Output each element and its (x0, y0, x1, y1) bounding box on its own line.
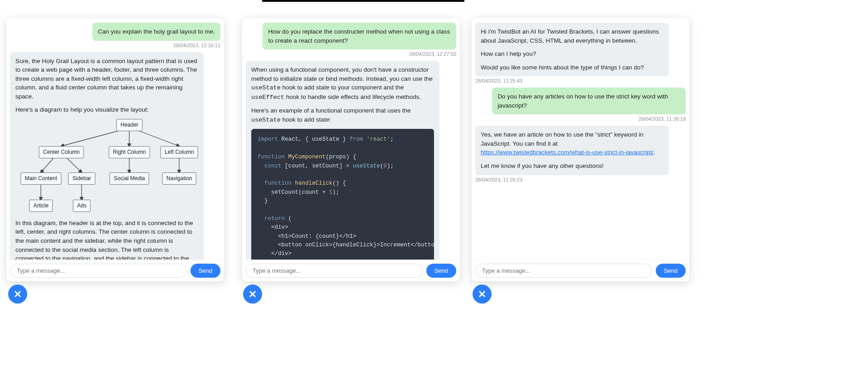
close-button[interactable] (8, 285, 27, 304)
message-input[interactable] (10, 264, 187, 278)
bot-message: When using a functional component, you d… (246, 61, 456, 260)
bot-paragraph: Hi i'm TwistBot an AI for Twisted Bracke… (481, 27, 663, 45)
diagram-node-header: Header (117, 119, 142, 131)
bot-paragraph: When using a functional component, you d… (251, 65, 434, 102)
chat-panel-1: Can you explain the holy grail layout to… (6, 18, 224, 281)
bot-paragraph: In this diagram, the header is at the to… (15, 219, 198, 260)
diagram-node-center: Center Column (39, 146, 84, 158)
user-bubble: Can you explain the holy grail layout to… (93, 23, 220, 41)
bot-message: Yes, we have an article on how to use th… (475, 126, 686, 183)
diagram-node-right: Right Column (109, 146, 150, 158)
svg-line-4 (66, 157, 82, 172)
user-bubble: How do you replace the constructer metho… (263, 23, 456, 49)
bot-paragraph: Sure, the Holy Grail Layout is a common … (15, 57, 198, 101)
article-link[interactable]: https://www.twistedbrackets.com/what-is-… (481, 149, 653, 156)
svg-line-3 (41, 157, 54, 172)
message-list[interactable]: How do you replace the constructer metho… (242, 18, 460, 260)
close-icon (14, 290, 22, 298)
close-icon (249, 290, 257, 298)
user-message: Can you explain the holy grail layout to… (10, 23, 220, 49)
close-button[interactable] (473, 285, 492, 304)
diagram-node-left: Left Column (161, 146, 198, 158)
bot-bubble: Sure, the Holy Grail Layout is a common … (10, 52, 204, 260)
bot-message: Sure, the Holy Grail Layout is a common … (10, 52, 220, 260)
code-block[interactable]: import React, { useState } from 'react';… (251, 129, 434, 260)
diagram-node-social: Social Media (110, 172, 149, 185)
timestamp: 28/04/2023, 12:27:50 (409, 51, 456, 58)
timestamp: 28/04/2023, 11:25:43 (475, 78, 522, 85)
user-bubble: Do you have any articles on how to use t… (492, 88, 686, 114)
composer: Send (242, 260, 460, 281)
bot-bubble: Hi i'm TwistBot an AI for Twisted Bracke… (475, 23, 669, 76)
bot-paragraph: Here's an example of a functional compon… (251, 106, 434, 124)
timestamp: 28/04/2023, 11:26:19 (639, 116, 686, 123)
svg-line-0 (61, 130, 122, 146)
bot-bubble: When using a functional component, you d… (246, 61, 439, 260)
user-message: Do you have any articles on how to use t… (475, 88, 686, 123)
diagram: Header Center Column Right Column Left C… (16, 119, 197, 214)
diagram-node-main: Main Content (21, 172, 61, 185)
diagram-node-nav: Navigation (162, 172, 196, 185)
svg-line-2 (136, 130, 179, 146)
chat-panel-2: How do you replace the constructer metho… (242, 18, 460, 281)
composer: Send (472, 260, 689, 281)
composer: Send (6, 260, 224, 281)
divider (262, 0, 464, 2)
message-input[interactable] (475, 264, 652, 278)
bot-paragraph: How can I help you? (481, 49, 663, 59)
bot-message: Hi i'm TwistBot an AI for Twisted Bracke… (475, 23, 686, 85)
message-list[interactable]: Can you explain the holy grail layout to… (6, 18, 224, 260)
chat-panel-3: Hi i'm TwistBot an AI for Twisted Bracke… (472, 18, 689, 281)
send-button[interactable]: Send (190, 264, 220, 278)
close-button[interactable] (243, 285, 262, 304)
timestamp: 28/04/2023, 12:16:11 (173, 42, 220, 49)
message-list[interactable]: Hi i'm TwistBot an AI for Twisted Bracke… (472, 18, 689, 260)
send-button[interactable]: Send (426, 264, 456, 278)
message-input[interactable] (246, 264, 423, 278)
close-icon (478, 290, 486, 298)
diagram-node-sidebar: Sidebar (68, 172, 95, 185)
bot-paragraph: Here's a diagram to help you visualize t… (15, 105, 198, 114)
bot-paragraph: Let me know if you have any other questi… (481, 162, 663, 171)
diagram-node-article: Article (29, 200, 53, 212)
bot-paragraph: Would you like some hints about the type… (481, 63, 663, 72)
send-button[interactable]: Send (656, 264, 686, 278)
timestamp: 28/04/2023, 11:26:23 (475, 177, 522, 184)
bot-paragraph: Yes, we have an article on how to use th… (481, 130, 663, 157)
bot-bubble: Yes, we have an article on how to use th… (475, 126, 669, 175)
user-message: How do you replace the constructer metho… (246, 23, 456, 58)
diagram-node-ads: Ads (73, 200, 91, 212)
